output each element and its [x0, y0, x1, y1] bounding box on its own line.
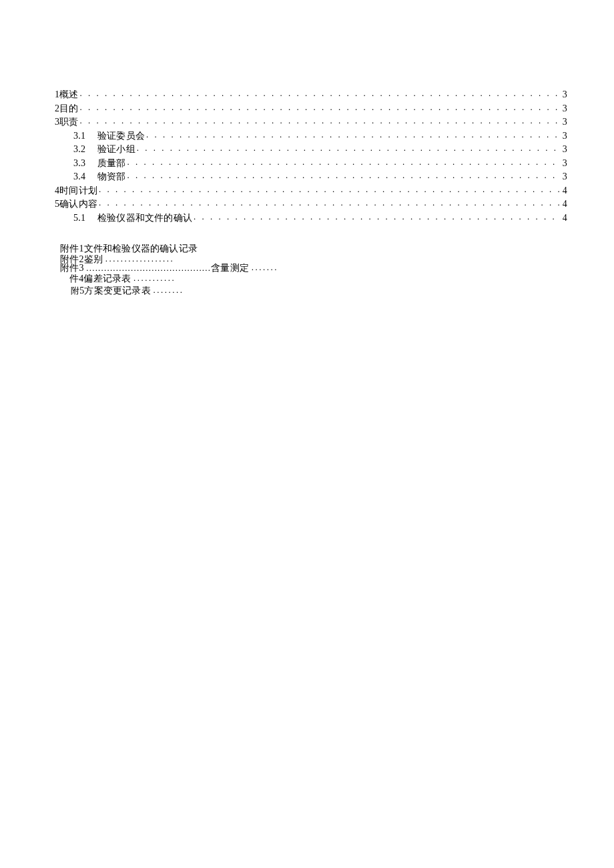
toc-entry-number: 3 [55, 117, 59, 127]
toc-entry-title: 时间计划 [59, 186, 97, 195]
attachment-5-prefix2: 5 [79, 286, 84, 296]
toc-leader-dots: . . . . . . . . . . . . . . . . . . . . … [99, 199, 561, 207]
attachment-1-prefix: 附件1 [60, 244, 84, 254]
attachment-1-title: 文件和检验仪器的确认记录 [84, 244, 198, 254]
toc-entry-title: 验证小组 [97, 145, 135, 154]
toc-entry-page: 3 [561, 131, 567, 141]
toc-entry-title: 质量部 [97, 159, 126, 168]
toc-entry-title: 验证委员会 [97, 131, 145, 141]
toc-entry-page: 3 [561, 104, 567, 113]
toc-entry-page: 3 [561, 159, 567, 168]
toc-leader-dots: . . . . . . . . . . . . . . . . . . . . … [127, 159, 561, 166]
toc-entry-title: 检验仪器和文件的确认 [97, 213, 192, 223]
toc-entry: 1概述. . . . . . . . . . . . . . . . . . .… [55, 90, 567, 99]
toc-entry-page: 4 [561, 199, 567, 209]
toc-leader-dots: . . . . . . . . . . . . . . . . . . . . … [80, 104, 561, 111]
toc-entry: 3.3质量部. . . . . . . . . . . . . . . . . … [55, 159, 567, 168]
attachments-block: 附件1 文件和检验仪器的确认记录 附件 2 鉴别 ...............… [55, 244, 567, 296]
attachment-3-title: 含量测定 [211, 264, 249, 273]
attachment-4-prefix: 件4 [69, 274, 83, 284]
toc-entry-number: 1 [55, 90, 59, 99]
toc-entry: 3职责. . . . . . . . . . . . . . . . . . .… [55, 117, 567, 127]
toc-entry-page: 3 [561, 117, 567, 127]
toc-entry-number: 5.1 [73, 213, 97, 223]
attachment-2-title: 鉴别 [84, 255, 103, 264]
toc-entry-number: 4 [55, 186, 59, 195]
toc-entry-title: 目的 [59, 104, 78, 113]
attachment-3-dots-pre: ........................................… [86, 264, 211, 272]
toc-entry-number: 3.3 [73, 159, 97, 168]
attachment-2-prefix: 附件 [60, 255, 79, 264]
attachment-line-2: 附件 2 鉴别 .................. [60, 255, 567, 264]
attachment-5-prefix1: 附 [71, 286, 79, 295]
toc-entry: 5确认内容. . . . . . . . . . . . . . . . . .… [55, 199, 567, 209]
toc-entry-page: 3 [561, 172, 567, 181]
attachment-line-1: 附件1 文件和检验仪器的确认记录 [60, 244, 567, 254]
toc-entry: 4时间计划. . . . . . . . . . . . . . . . . .… [55, 186, 567, 195]
toc-entry-page: 3 [561, 145, 567, 154]
toc-leader-dots: . . . . . . . . . . . . . . . . . . . . … [80, 90, 561, 97]
toc-entry-number: 3.1 [73, 131, 97, 141]
toc-entry-page: 3 [561, 90, 567, 99]
attachment-5-dots: ........ [154, 286, 184, 294]
toc-entry: 3.4物资部. . . . . . . . . . . . . . . . . … [55, 172, 567, 181]
attachment-3-num: 3 [79, 264, 83, 273]
toc-entry-page: 4 [561, 213, 567, 223]
toc-leader-dots: . . . . . . . . . . . . . . . . . . . . … [146, 131, 561, 139]
attachment-line-5: 附 5 方案变更记录表 ........ [60, 286, 567, 296]
attachment-3-dots-post: ....... [252, 264, 278, 272]
toc-entry: 3.2验证小组. . . . . . . . . . . . . . . . .… [55, 145, 567, 154]
toc-entry-title: 物资部 [97, 172, 126, 181]
toc-leader-dots: . . . . . . . . . . . . . . . . . . . . … [80, 117, 561, 125]
toc-leader-dots: . . . . . . . . . . . . . . . . . . . . … [194, 213, 561, 221]
toc-entry-title: 职责 [59, 117, 78, 127]
toc-entry-title: 概述 [59, 90, 78, 99]
toc-leader-dots: . . . . . . . . . . . . . . . . . . . . … [127, 172, 561, 179]
attachment-5-title: 方案变更记录表 [84, 286, 150, 296]
attachment-3-prefix: 附件 [60, 264, 79, 273]
toc-entry: 5.1检验仪器和文件的确认. . . . . . . . . . . . . .… [55, 213, 567, 223]
attachment-4-title: 偏差记录表 [83, 274, 131, 284]
toc-entry-number: 2 [55, 104, 59, 113]
attachment-2-num: 2 [79, 255, 83, 264]
toc-entry: 2目的. . . . . . . . . . . . . . . . . . .… [55, 104, 567, 113]
attachment-line-3: 附件 3 ...................................… [60, 264, 567, 273]
toc-leader-dots: . . . . . . . . . . . . . . . . . . . . … [137, 145, 561, 152]
toc-entry: 3.1验证委员会. . . . . . . . . . . . . . . . … [55, 131, 567, 141]
toc-entry-number: 3.4 [73, 172, 97, 181]
toc-leader-dots: . . . . . . . . . . . . . . . . . . . . … [99, 186, 561, 193]
toc-entry-page: 4 [561, 186, 567, 195]
toc-entry-number: 3.2 [73, 145, 97, 154]
toc-entry-title: 确认内容 [59, 199, 97, 209]
table-of-contents: 1概述. . . . . . . . . . . . . . . . . . .… [55, 90, 567, 223]
attachment-line-4: 件4 偏差记录表 ........... [60, 274, 567, 284]
attachment-4-dots: ........... [133, 274, 176, 282]
attachment-2-dots: .................. [105, 255, 175, 263]
